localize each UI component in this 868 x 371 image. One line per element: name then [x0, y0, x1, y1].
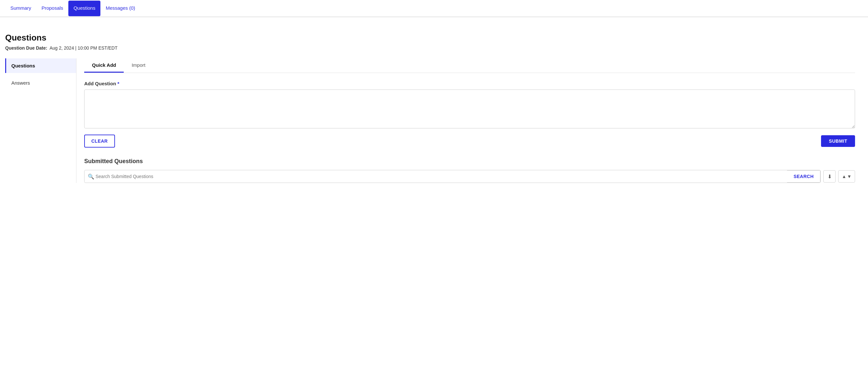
due-date-label: Question Due Date: [5, 46, 47, 51]
tab-bar: Quick Add Import [84, 58, 855, 73]
filter-button[interactable]: ▲ ▼ [838, 170, 855, 182]
question-textarea[interactable] [84, 89, 855, 129]
search-input[interactable] [85, 171, 787, 182]
sidebar-questions-label: Questions [11, 63, 35, 68]
buttons-row: CLEAR SUBMIT [84, 135, 855, 148]
filter-chevron: ▼ [847, 174, 851, 179]
due-date-row: Question Due Date: Aug 2, 2024 | 10:00 P… [5, 46, 863, 51]
download-icon: ⬇ [828, 173, 832, 180]
main-content: Questions Question Due Date: Aug 2, 2024… [0, 25, 868, 191]
sidebar-item-answers[interactable]: Answers [5, 76, 76, 90]
download-button[interactable]: ⬇ [823, 170, 836, 182]
right-panel: Quick Add Import Add Question * CLEAR SU… [76, 58, 863, 183]
submitted-questions-title: Submitted Questions [84, 158, 855, 165]
sidebar-item-questions[interactable]: Questions [5, 58, 76, 73]
submitted-questions-section: Submitted Questions 🔍 SEARCH ⬇ ▲ ▼ [84, 158, 855, 183]
nav-messages[interactable]: Messages (0) [100, 1, 140, 16]
due-date-value: Aug 2, 2024 | 10:00 PM EST/EDT [50, 46, 118, 51]
search-row: 🔍 SEARCH ⬇ ▲ ▼ [84, 170, 855, 183]
required-star: * [118, 81, 120, 86]
nav-summary[interactable]: Summary [5, 1, 36, 16]
clear-button[interactable]: CLEAR [84, 135, 115, 148]
search-input-wrapper: 🔍 SEARCH [84, 170, 821, 183]
search-button[interactable]: SEARCH [787, 170, 820, 182]
tab-import[interactable]: Import [124, 58, 153, 73]
nav-questions[interactable]: Questions [68, 1, 101, 16]
left-sidebar: Questions Answers [5, 58, 76, 183]
page-title: Questions [5, 33, 863, 43]
nav-divider [0, 17, 868, 17]
tab-quick-add[interactable]: Quick Add [84, 58, 124, 73]
add-question-label: Add Question * [84, 81, 855, 86]
submit-button[interactable]: SUBMIT [821, 135, 855, 147]
filter-icon: ▲ [842, 174, 846, 179]
add-question-section: Add Question * [84, 81, 855, 130]
sidebar-answers-label: Answers [11, 80, 30, 86]
top-navigation: Summary Proposals Questions Messages (0) [0, 0, 868, 17]
nav-proposals[interactable]: Proposals [36, 1, 68, 16]
content-layout: Questions Answers Quick Add Import Add Q… [5, 58, 863, 183]
